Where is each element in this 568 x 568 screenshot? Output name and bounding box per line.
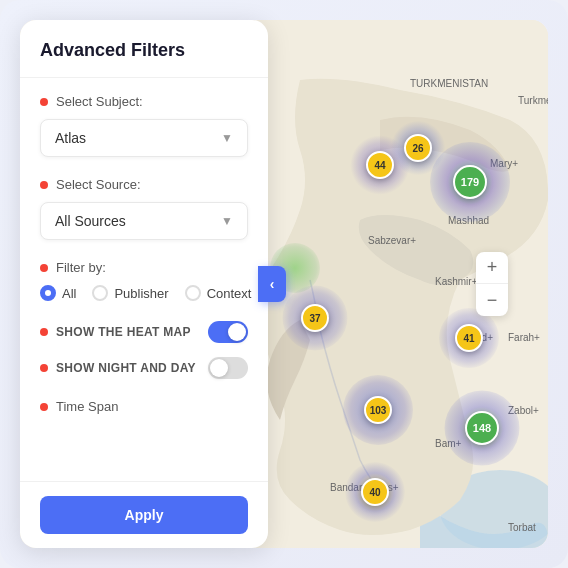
outer-container: TURKMENISTAN Turkmen Mary+ Sabzevar+ Mas… [0, 0, 568, 568]
map-pin-label-103: 103 [364, 396, 392, 424]
map-pin-148: 148 [465, 411, 499, 445]
filter-title: Advanced Filters [40, 40, 248, 61]
filter-body: Select Subject: Atlas ▼ Select Source: A… [20, 78, 268, 481]
filter-footer: Apply [20, 481, 268, 548]
time-span-label-text: Time Span [56, 399, 118, 414]
radio-publisher[interactable]: Publisher [92, 285, 168, 301]
radio-circle-publisher [92, 285, 108, 301]
subject-selected-value: Atlas [55, 130, 86, 146]
map-pin-label-148: 148 [465, 411, 499, 445]
filter-by-label-text: Filter by: [56, 260, 106, 275]
source-dropdown[interactable]: All Sources ▼ [40, 202, 248, 240]
filter-panel: Advanced Filters Select Subject: Atlas ▼… [20, 20, 268, 548]
night-day-toggle-label: SHOW NIGHT AND DAY [56, 361, 196, 375]
map-pin-label-44: 44 [366, 151, 394, 179]
night-day-label-wrap: SHOW NIGHT AND DAY [40, 361, 196, 375]
night-day-toggle-row: SHOW NIGHT AND DAY [40, 357, 248, 379]
zoom-in-button[interactable]: + [476, 252, 508, 284]
heat-map-toggle-row: SHOW THE HEAT MAP [40, 321, 248, 343]
heat-map-toggle-knob [228, 323, 246, 341]
heat-map-dot [40, 328, 48, 336]
radio-label-publisher: Publisher [114, 286, 168, 301]
source-label-text: Select Source: [56, 177, 141, 192]
heat-map-toggle[interactable] [208, 321, 248, 343]
toggles-section: SHOW THE HEAT MAP SHOW NIGHT AND DAY [40, 321, 248, 379]
subject-dropdown[interactable]: Atlas ▼ [40, 119, 248, 157]
filter-by-dot [40, 264, 48, 272]
zoom-out-button[interactable]: − [476, 284, 508, 316]
heat-map-label-wrap: SHOW THE HEAT MAP [40, 325, 191, 339]
source-selected-value: All Sources [55, 213, 126, 229]
night-day-dot [40, 364, 48, 372]
subject-section: Select Subject: Atlas ▼ [40, 94, 248, 157]
time-span-section: Time Span [40, 399, 248, 414]
radio-circle-context [185, 285, 201, 301]
radio-label-all: All [62, 286, 76, 301]
subject-label-text: Select Subject: [56, 94, 143, 109]
source-dropdown-arrow: ▼ [221, 214, 233, 228]
collapse-arrow-icon: ‹ [270, 276, 275, 292]
radio-label-context: Context [207, 286, 252, 301]
time-span-dot [40, 403, 48, 411]
source-section: Select Source: All Sources ▼ [40, 177, 248, 240]
map-label-farah: Farah+ [508, 332, 540, 343]
filter-by-label: Filter by: [40, 260, 248, 275]
night-day-toggle-knob [210, 359, 228, 377]
radio-all[interactable]: All [40, 285, 76, 301]
heat-map-toggle-label: SHOW THE HEAT MAP [56, 325, 191, 339]
collapse-panel-button[interactable]: ‹ [258, 266, 286, 302]
radio-context[interactable]: Context [185, 285, 252, 301]
subject-dropdown-arrow: ▼ [221, 131, 233, 145]
map-pin-37: 37 [301, 304, 329, 332]
night-day-toggle[interactable] [208, 357, 248, 379]
subject-dot [40, 98, 48, 106]
radio-group: All Publisher Context [40, 285, 248, 301]
map-pin-40: 40 [361, 478, 389, 506]
map-label-turkmenistan: TURKMENISTAN [410, 78, 488, 89]
map-pin-label-37: 37 [301, 304, 329, 332]
map-pin-41: 41 [455, 324, 483, 352]
map-pin-label-26: 26 [404, 134, 432, 162]
subject-label: Select Subject: [40, 94, 248, 109]
filter-header: Advanced Filters [20, 20, 268, 78]
radio-circle-all [40, 285, 56, 301]
apply-button[interactable]: Apply [40, 496, 248, 534]
map-zoom-controls: + − [476, 252, 508, 316]
map-label-turkmen: Turkmen [518, 95, 548, 106]
map-label-kashmir: Kashmir+ [435, 276, 478, 287]
map-pin-44: 44 [366, 151, 394, 179]
map-pin-label-41: 41 [455, 324, 483, 352]
source-label: Select Source: [40, 177, 248, 192]
map-pin-179: 179 [453, 165, 487, 199]
source-dot [40, 181, 48, 189]
filter-by-section: Filter by: All Publisher Context [40, 260, 248, 301]
map-pin-label-40: 40 [361, 478, 389, 506]
time-span-label: Time Span [40, 399, 248, 414]
map-label-sabzevar: Sabzevar+ [368, 235, 416, 246]
map-pin-103: 103 [364, 396, 392, 424]
map-pin-label-179: 179 [453, 165, 487, 199]
map-pin-26: 26 [404, 134, 432, 162]
map-label-torbat: Torbat [508, 522, 536, 533]
